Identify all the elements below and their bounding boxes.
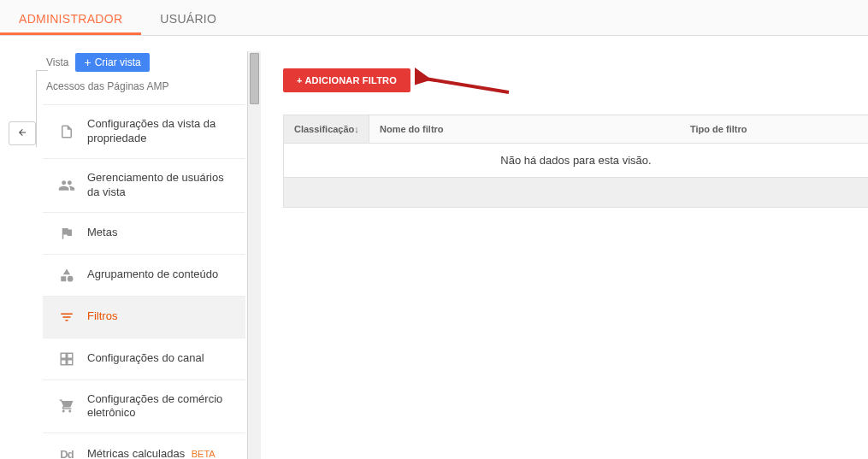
table-empty-message: Não há dados para esta visão. xyxy=(284,144,868,178)
sidebar-item-goals[interactable]: Metas xyxy=(43,212,245,254)
tab-admin[interactable]: ADMINISTRADOR xyxy=(0,0,141,35)
sidebar-item-filters[interactable]: Filtros xyxy=(43,296,245,338)
sidebar-item-user-management[interactable]: Gerenciamento de usuários da vista xyxy=(43,158,245,212)
column-filter-type[interactable]: Tipo de filtro xyxy=(680,115,868,143)
add-filter-button[interactable]: + ADICIONAR FILTRO xyxy=(283,68,410,92)
channel-icon xyxy=(58,350,75,368)
arrow-left-icon xyxy=(15,126,29,141)
annotation-arrow xyxy=(415,67,517,103)
tree-connector-v xyxy=(36,70,37,147)
scrollbar[interactable] xyxy=(247,51,261,459)
users-icon xyxy=(58,177,75,194)
table-header-row: Classificação ↓ Nome do filtro Tipo de f… xyxy=(284,115,868,144)
sidebar-item-view-settings[interactable]: Configurações da vista da propriedade xyxy=(43,104,245,158)
content-area: + ADICIONAR FILTRO Classificação ↓ Nome … xyxy=(261,36,868,459)
scrollbar-thumb[interactable] xyxy=(250,53,259,104)
sidebar-item-channel-settings[interactable]: Configurações do canal xyxy=(43,338,245,380)
sidebar-item-label: Agrupamento de conteúdo xyxy=(87,268,218,282)
nav-list: Configurações da vista da propriedade Ge… xyxy=(43,104,245,459)
collapse-column xyxy=(0,36,43,459)
grouping-icon xyxy=(58,267,75,284)
tab-user[interactable]: USUÁRIO xyxy=(141,0,235,35)
sidebar-item-content-grouping[interactable]: Agrupamento de conteúdo xyxy=(43,254,245,296)
table-footer xyxy=(284,178,868,207)
column-classification-label: Classificação xyxy=(294,124,354,134)
view-name: Acessos das Páginas AMP xyxy=(46,80,245,92)
sidebar-item-label: Configurações do canal xyxy=(87,351,204,366)
sidebar-item-label: Gerenciamento de usuários da vista xyxy=(87,171,237,200)
sidebar-item-label: Configurações de comércio eletrônico xyxy=(87,392,237,421)
sidebar: Vista + Criar vista Acessos das Páginas … xyxy=(43,36,261,459)
filter-icon xyxy=(58,309,75,326)
sidebar-item-ecommerce-settings[interactable]: Configurações de comércio eletrônico xyxy=(43,380,245,433)
sidebar-item-label: Filtros xyxy=(87,309,117,324)
vista-label: Vista xyxy=(46,56,68,68)
vista-header: Vista + Criar vista xyxy=(46,53,245,72)
cart-icon xyxy=(58,397,75,415)
filters-table: Classificação ↓ Nome do filtro Tipo de f… xyxy=(283,115,868,208)
top-tabs: ADMINISTRADOR USUÁRIO xyxy=(0,0,868,36)
plus-icon: + xyxy=(84,56,91,68)
sort-arrow-down-icon: ↓ xyxy=(354,124,359,134)
sidebar-item-label: Metas xyxy=(87,226,117,240)
collapse-button[interactable] xyxy=(9,121,36,145)
column-filter-name[interactable]: Nome do filtro xyxy=(369,115,680,143)
sidebar-item-label: Métricas calculadas BETA xyxy=(87,447,216,459)
create-vista-label: Criar vista xyxy=(95,56,141,68)
column-classification[interactable]: Classificação ↓ xyxy=(284,115,369,143)
flag-icon xyxy=(58,225,75,242)
sidebar-item-calculated-metrics[interactable]: Dd Métricas calculadas BETA xyxy=(43,433,245,459)
svg-line-1 xyxy=(425,79,509,92)
create-vista-button[interactable]: + Criar vista xyxy=(75,53,149,72)
metrics-icon: Dd xyxy=(58,445,75,459)
sidebar-item-label: Configurações da vista da propriedade xyxy=(87,117,237,146)
main-area: Vista + Criar vista Acessos das Páginas … xyxy=(0,36,868,459)
beta-badge: BETA xyxy=(192,449,216,459)
document-icon xyxy=(58,123,75,140)
